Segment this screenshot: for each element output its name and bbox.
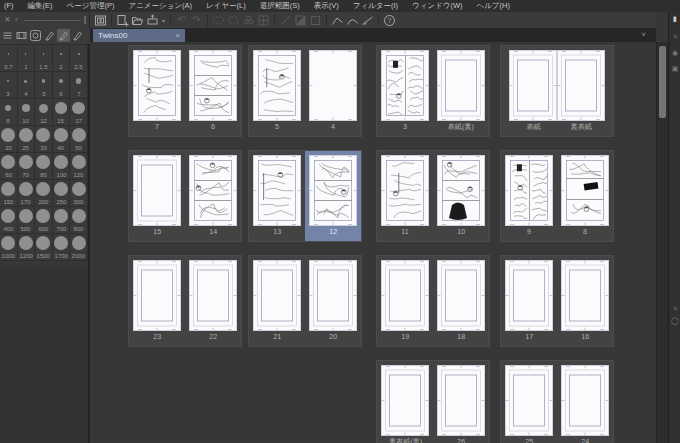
brush-size-cell[interactable]: 20: [0, 126, 18, 153]
menu-item-5[interactable]: 選択範囲(S): [253, 0, 307, 12]
page-cell-13[interactable]: 13: [249, 151, 305, 241]
menu-item-4[interactable]: レイヤー(L): [199, 0, 253, 12]
palette-menu-button[interactable]: [1, 29, 14, 42]
brush-size-cell[interactable]: 17: [70, 99, 88, 126]
menu-item-2[interactable]: ページ管理(P): [60, 0, 122, 12]
export-pages-button[interactable]: [145, 13, 160, 27]
page-manager-view-button[interactable]: [93, 13, 108, 27]
menu-item-8[interactable]: ウィンドウ(W): [405, 0, 469, 12]
brush-size-cell[interactable]: 700: [53, 207, 71, 234]
brush-size-cell[interactable]: 500: [18, 207, 36, 234]
brush-size-cell[interactable]: 300: [70, 180, 88, 207]
page-cell-20[interactable]: 20: [305, 256, 361, 346]
page-cell-5[interactable]: 5: [249, 46, 305, 136]
brush-size-cell[interactable]: 80: [35, 153, 53, 180]
brush-size-cell[interactable]: 1500: [35, 234, 53, 261]
select-shape-button[interactable]: [226, 13, 241, 27]
select-ellipse-button[interactable]: [211, 13, 226, 27]
page-cell-6[interactable]: 6: [185, 46, 241, 136]
brush-size-cell[interactable]: 40: [53, 126, 71, 153]
menu-item-9[interactable]: ヘルプ(H): [469, 0, 516, 12]
brush-size-cell[interactable]: 5: [35, 72, 53, 99]
brush-size-cell[interactable]: 4: [18, 72, 36, 99]
brush-size-cell[interactable]: 100: [53, 153, 71, 180]
brush-size-cell[interactable]: 25: [18, 126, 36, 153]
menu-item-0[interactable]: (F): [0, 0, 21, 12]
pen-subtool-1-button[interactable]: [43, 29, 56, 42]
flip-canvas-button[interactable]: [293, 13, 308, 27]
page-cell-25[interactable]: 25: [501, 361, 557, 443]
page-cell-23[interactable]: 23: [129, 256, 185, 346]
page-cell-7[interactable]: 7: [129, 46, 185, 136]
brush-size-cell[interactable]: 8: [0, 99, 18, 126]
palette-scrollbar[interactable]: [24, 20, 81, 21]
brush-size-cell[interactable]: 800: [70, 207, 88, 234]
page-cell-19[interactable]: 19: [377, 256, 433, 346]
subtool-rect-button[interactable]: [15, 29, 28, 42]
page-cell-表紙[interactable]: 表紙: [501, 46, 557, 136]
brush-size-cell[interactable]: 1000: [0, 234, 18, 261]
menu-item-7[interactable]: フィルター(I): [346, 0, 405, 12]
brush-size-cell[interactable]: 250: [53, 180, 71, 207]
brush-size-cell[interactable]: 3: [0, 72, 18, 99]
page-cell-17[interactable]: 17: [501, 256, 557, 346]
brush-size-cell[interactable]: 400: [0, 207, 18, 234]
page-cell-3[interactable]: 3: [377, 46, 433, 136]
page-cell-8[interactable]: 8: [557, 151, 613, 241]
brush-size-cell[interactable]: 1.5: [35, 45, 53, 72]
panel-circle-icon[interactable]: ◉: [670, 48, 680, 58]
brush-size-cell[interactable]: 2000: [70, 234, 88, 261]
brush-size-cell[interactable]: 1700: [53, 234, 71, 261]
page-cell-26[interactable]: 26: [433, 361, 489, 443]
page-cell-裏表紙[interactable]: 裏表紙: [557, 46, 613, 136]
open-file-button[interactable]: [130, 13, 145, 27]
scrollbar-thumb[interactable]: [659, 46, 666, 118]
page-cell-16[interactable]: 16: [557, 256, 613, 346]
deselect-button[interactable]: [241, 13, 256, 27]
brush-size-cell[interactable]: 50: [70, 126, 88, 153]
panel-menu-icon-2[interactable]: ≡: [670, 304, 680, 314]
page-cell-22[interactable]: 22: [185, 256, 241, 346]
brush-size-cell[interactable]: 6: [53, 72, 71, 99]
panel-circle-icon-2[interactable]: ◯: [670, 316, 680, 326]
subtool-circle-button[interactable]: [29, 29, 42, 42]
pen-subtool-2-button[interactable]: [57, 29, 70, 42]
brush-size-cell[interactable]: 60: [0, 153, 18, 180]
vertical-scrollbar[interactable]: [656, 42, 668, 443]
chevron-down-icon[interactable]: ˅: [641, 28, 646, 42]
panel-square-icon[interactable]: ▣: [670, 64, 680, 74]
brush-size-cell[interactable]: 7: [70, 72, 88, 99]
chevron-left-icon[interactable]: ‹: [12, 12, 21, 28]
brush-size-cell[interactable]: 2.5: [70, 45, 88, 72]
brush-size-cell[interactable]: 0.7: [0, 45, 18, 72]
page-cell-表紙(裏)[interactable]: 表紙(裏): [433, 46, 489, 136]
menu-item-3[interactable]: アニメーション(A): [121, 0, 199, 12]
snap-special-ruler-button[interactable]: [345, 13, 360, 27]
menu-item-1[interactable]: 編集(E): [21, 0, 60, 12]
brush-size-cell[interactable]: 10: [18, 99, 36, 126]
brush-size-cell[interactable]: 15: [53, 99, 71, 126]
brush-size-cell[interactable]: 70: [18, 153, 36, 180]
page-cell-14[interactable]: 14: [185, 151, 241, 241]
rotate-canvas-button[interactable]: [278, 13, 293, 27]
panel-menu-icon[interactable]: ≡: [670, 32, 680, 42]
page-cell-24[interactable]: 24: [557, 361, 613, 443]
pen-subtool-3-button[interactable]: [71, 29, 84, 42]
caret-down-icon[interactable]: ▾: [160, 17, 167, 24]
snap-ruler-button[interactable]: [330, 13, 345, 27]
page-cell-4[interactable]: 4: [305, 46, 361, 136]
panel-tab-icon[interactable]: ▮: [670, 14, 680, 24]
brush-size-cell[interactable]: 1: [18, 45, 36, 72]
crop-frame-button[interactable]: [256, 13, 271, 27]
brush-size-cell[interactable]: 170: [18, 180, 36, 207]
snap-guide-button[interactable]: [360, 13, 375, 27]
close-icon[interactable]: ✕: [3, 12, 12, 28]
brush-size-cell[interactable]: 200: [35, 180, 53, 207]
document-tab[interactable]: Twins00 ×: [93, 29, 185, 42]
page-cell-10[interactable]: 10: [433, 151, 489, 241]
page-cell-9[interactable]: 9: [501, 151, 557, 241]
page-cell-21[interactable]: 21: [249, 256, 305, 346]
brush-size-cell[interactable]: 600: [35, 207, 53, 234]
page-cell-裏表紙(裏)[interactable]: 裏表紙(裏): [377, 361, 433, 443]
page-cell-15[interactable]: 15: [129, 151, 185, 241]
